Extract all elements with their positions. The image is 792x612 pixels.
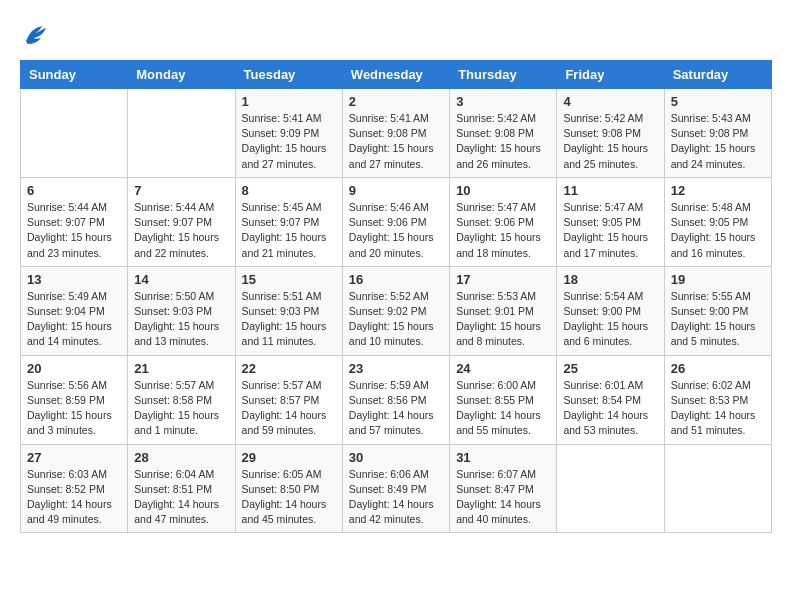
day-number: 12 [671, 183, 765, 198]
day-number: 8 [242, 183, 336, 198]
day-number: 3 [456, 94, 550, 109]
day-number: 7 [134, 183, 228, 198]
day-info: Sunrise: 5:41 AM Sunset: 9:09 PM Dayligh… [242, 111, 336, 172]
day-info: Sunrise: 5:49 AM Sunset: 9:04 PM Dayligh… [27, 289, 121, 350]
day-info: Sunrise: 5:44 AM Sunset: 9:07 PM Dayligh… [27, 200, 121, 261]
calendar-header-row: SundayMondayTuesdayWednesdayThursdayFrid… [21, 61, 772, 89]
calendar-cell: 24Sunrise: 6:00 AM Sunset: 8:55 PM Dayli… [450, 355, 557, 444]
day-info: Sunrise: 5:56 AM Sunset: 8:59 PM Dayligh… [27, 378, 121, 439]
calendar-cell: 19Sunrise: 5:55 AM Sunset: 9:00 PM Dayli… [664, 266, 771, 355]
page-header [20, 20, 772, 50]
day-info: Sunrise: 5:47 AM Sunset: 9:06 PM Dayligh… [456, 200, 550, 261]
day-info: Sunrise: 6:02 AM Sunset: 8:53 PM Dayligh… [671, 378, 765, 439]
day-info: Sunrise: 5:57 AM Sunset: 8:58 PM Dayligh… [134, 378, 228, 439]
day-info: Sunrise: 5:44 AM Sunset: 9:07 PM Dayligh… [134, 200, 228, 261]
day-number: 15 [242, 272, 336, 287]
day-number: 17 [456, 272, 550, 287]
calendar-cell: 25Sunrise: 6:01 AM Sunset: 8:54 PM Dayli… [557, 355, 664, 444]
weekday-header: Sunday [21, 61, 128, 89]
day-number: 19 [671, 272, 765, 287]
day-info: Sunrise: 6:00 AM Sunset: 8:55 PM Dayligh… [456, 378, 550, 439]
day-number: 26 [671, 361, 765, 376]
calendar-cell: 16Sunrise: 5:52 AM Sunset: 9:02 PM Dayli… [342, 266, 449, 355]
calendar-week-row: 1Sunrise: 5:41 AM Sunset: 9:09 PM Daylig… [21, 89, 772, 178]
day-number: 2 [349, 94, 443, 109]
day-number: 18 [563, 272, 657, 287]
day-info: Sunrise: 5:46 AM Sunset: 9:06 PM Dayligh… [349, 200, 443, 261]
day-number: 1 [242, 94, 336, 109]
weekday-header: Saturday [664, 61, 771, 89]
calendar-cell: 18Sunrise: 5:54 AM Sunset: 9:00 PM Dayli… [557, 266, 664, 355]
calendar-cell [557, 444, 664, 533]
day-info: Sunrise: 5:53 AM Sunset: 9:01 PM Dayligh… [456, 289, 550, 350]
calendar-cell: 17Sunrise: 5:53 AM Sunset: 9:01 PM Dayli… [450, 266, 557, 355]
calendar-table: SundayMondayTuesdayWednesdayThursdayFrid… [20, 60, 772, 533]
day-number: 10 [456, 183, 550, 198]
calendar-cell: 15Sunrise: 5:51 AM Sunset: 9:03 PM Dayli… [235, 266, 342, 355]
day-number: 25 [563, 361, 657, 376]
day-info: Sunrise: 6:03 AM Sunset: 8:52 PM Dayligh… [27, 467, 121, 528]
day-number: 14 [134, 272, 228, 287]
day-number: 24 [456, 361, 550, 376]
calendar-cell: 12Sunrise: 5:48 AM Sunset: 9:05 PM Dayli… [664, 177, 771, 266]
day-info: Sunrise: 5:55 AM Sunset: 9:00 PM Dayligh… [671, 289, 765, 350]
weekday-header: Monday [128, 61, 235, 89]
day-number: 13 [27, 272, 121, 287]
day-number: 6 [27, 183, 121, 198]
day-info: Sunrise: 5:47 AM Sunset: 9:05 PM Dayligh… [563, 200, 657, 261]
weekday-header: Wednesday [342, 61, 449, 89]
calendar-cell: 5Sunrise: 5:43 AM Sunset: 9:08 PM Daylig… [664, 89, 771, 178]
day-info: Sunrise: 6:04 AM Sunset: 8:51 PM Dayligh… [134, 467, 228, 528]
day-number: 16 [349, 272, 443, 287]
day-info: Sunrise: 5:42 AM Sunset: 9:08 PM Dayligh… [563, 111, 657, 172]
calendar-cell: 13Sunrise: 5:49 AM Sunset: 9:04 PM Dayli… [21, 266, 128, 355]
calendar-week-row: 27Sunrise: 6:03 AM Sunset: 8:52 PM Dayli… [21, 444, 772, 533]
logo-icon [20, 20, 50, 50]
calendar-cell: 29Sunrise: 6:05 AM Sunset: 8:50 PM Dayli… [235, 444, 342, 533]
day-info: Sunrise: 5:41 AM Sunset: 9:08 PM Dayligh… [349, 111, 443, 172]
weekday-header: Friday [557, 61, 664, 89]
calendar-cell: 4Sunrise: 5:42 AM Sunset: 9:08 PM Daylig… [557, 89, 664, 178]
calendar-cell: 6Sunrise: 5:44 AM Sunset: 9:07 PM Daylig… [21, 177, 128, 266]
day-info: Sunrise: 5:50 AM Sunset: 9:03 PM Dayligh… [134, 289, 228, 350]
day-info: Sunrise: 5:52 AM Sunset: 9:02 PM Dayligh… [349, 289, 443, 350]
calendar-week-row: 13Sunrise: 5:49 AM Sunset: 9:04 PM Dayli… [21, 266, 772, 355]
day-info: Sunrise: 5:54 AM Sunset: 9:00 PM Dayligh… [563, 289, 657, 350]
day-info: Sunrise: 5:57 AM Sunset: 8:57 PM Dayligh… [242, 378, 336, 439]
day-number: 5 [671, 94, 765, 109]
calendar-cell: 2Sunrise: 5:41 AM Sunset: 9:08 PM Daylig… [342, 89, 449, 178]
logo [20, 20, 54, 50]
calendar-cell: 31Sunrise: 6:07 AM Sunset: 8:47 PM Dayli… [450, 444, 557, 533]
day-number: 9 [349, 183, 443, 198]
calendar-cell: 21Sunrise: 5:57 AM Sunset: 8:58 PM Dayli… [128, 355, 235, 444]
calendar-week-row: 6Sunrise: 5:44 AM Sunset: 9:07 PM Daylig… [21, 177, 772, 266]
calendar-cell: 1Sunrise: 5:41 AM Sunset: 9:09 PM Daylig… [235, 89, 342, 178]
calendar-cell: 23Sunrise: 5:59 AM Sunset: 8:56 PM Dayli… [342, 355, 449, 444]
calendar-cell: 26Sunrise: 6:02 AM Sunset: 8:53 PM Dayli… [664, 355, 771, 444]
day-number: 28 [134, 450, 228, 465]
weekday-header: Tuesday [235, 61, 342, 89]
weekday-header: Thursday [450, 61, 557, 89]
calendar-cell: 27Sunrise: 6:03 AM Sunset: 8:52 PM Dayli… [21, 444, 128, 533]
day-info: Sunrise: 5:43 AM Sunset: 9:08 PM Dayligh… [671, 111, 765, 172]
day-number: 11 [563, 183, 657, 198]
day-number: 23 [349, 361, 443, 376]
day-info: Sunrise: 5:51 AM Sunset: 9:03 PM Dayligh… [242, 289, 336, 350]
calendar-cell [664, 444, 771, 533]
calendar-cell: 3Sunrise: 5:42 AM Sunset: 9:08 PM Daylig… [450, 89, 557, 178]
day-number: 22 [242, 361, 336, 376]
day-number: 27 [27, 450, 121, 465]
day-number: 29 [242, 450, 336, 465]
day-info: Sunrise: 5:42 AM Sunset: 9:08 PM Dayligh… [456, 111, 550, 172]
calendar-cell: 9Sunrise: 5:46 AM Sunset: 9:06 PM Daylig… [342, 177, 449, 266]
calendar-cell: 28Sunrise: 6:04 AM Sunset: 8:51 PM Dayli… [128, 444, 235, 533]
day-number: 30 [349, 450, 443, 465]
calendar-cell [128, 89, 235, 178]
calendar-cell: 30Sunrise: 6:06 AM Sunset: 8:49 PM Dayli… [342, 444, 449, 533]
calendar-cell: 11Sunrise: 5:47 AM Sunset: 9:05 PM Dayli… [557, 177, 664, 266]
calendar-cell: 10Sunrise: 5:47 AM Sunset: 9:06 PM Dayli… [450, 177, 557, 266]
calendar-cell: 8Sunrise: 5:45 AM Sunset: 9:07 PM Daylig… [235, 177, 342, 266]
day-info: Sunrise: 6:01 AM Sunset: 8:54 PM Dayligh… [563, 378, 657, 439]
calendar-week-row: 20Sunrise: 5:56 AM Sunset: 8:59 PM Dayli… [21, 355, 772, 444]
calendar-cell: 14Sunrise: 5:50 AM Sunset: 9:03 PM Dayli… [128, 266, 235, 355]
